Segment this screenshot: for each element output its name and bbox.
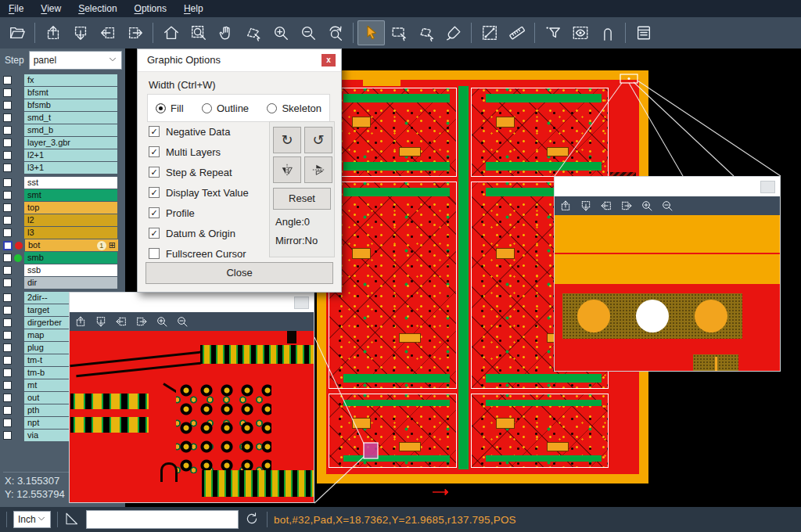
bend-trace-button[interactable] [594,20,621,45]
layer-name[interactable]: smd_t [24,112,117,124]
measure-line-button[interactable] [476,20,503,45]
checkbox-display-text-value[interactable]: ✓Display Text Value [149,182,249,203]
layer-name[interactable]: ssb [24,264,117,276]
pan-up-button[interactable] [74,315,87,328]
layer-name[interactable]: smt [24,189,117,201]
open-folder-button[interactable] [3,20,31,45]
menu-selection[interactable]: Selection [70,0,125,17]
layer-name[interactable]: layer_3.gbr [24,137,117,149]
layer-checkbox[interactable] [3,406,12,415]
layer-checkbox[interactable] [3,368,12,377]
zoom-out-button[interactable] [294,20,321,45]
zoom-in-button[interactable] [641,200,653,212]
zoom-out-button[interactable] [661,200,673,212]
checkbox-fullscreen-cursor[interactable]: Fullscreen Cursor [149,243,249,264]
menu-file[interactable]: File [0,0,32,17]
layer-name[interactable]: smb [24,252,117,264]
layer-checkbox[interactable] [3,343,12,352]
unit-select[interactable]: Inch [13,511,51,528]
layer-checkbox[interactable] [3,191,12,200]
layer-checkbox[interactable] [3,306,12,315]
layer-name[interactable]: l2 [24,214,117,226]
step-select[interactable]: panel [29,51,122,70]
home-button[interactable] [157,20,185,45]
rect-select-button[interactable] [385,20,412,45]
layer-checkbox[interactable] [3,356,12,365]
zoom-window-right[interactable] [554,176,781,372]
window-button[interactable] [760,181,775,193]
layer-checkbox[interactable] [3,164,12,172]
sync-icon[interactable] [245,512,260,527]
filter-button[interactable] [539,20,566,45]
layer-checkbox[interactable] [3,203,12,212]
layer-checkbox[interactable] [3,101,12,110]
layer-checkbox[interactable] [3,419,12,427]
layer-checkbox[interactable] [3,138,12,147]
view-region-button[interactable] [566,20,594,45]
layer-checkbox[interactable] [3,216,12,225]
layer-name[interactable]: top [24,202,117,214]
layer-name[interactable]: l3 [24,227,117,239]
close-icon[interactable]: x [321,54,336,66]
layer-name[interactable]: bot1⊞ [25,239,118,251]
checkbox-datum-origin[interactable]: ✓Datum & Origin [149,223,249,243]
window-button[interactable] [294,297,309,309]
brush-clean-button[interactable] [440,20,467,45]
pan-left-button[interactable] [115,315,128,328]
zoom-area-button[interactable] [185,20,212,45]
radio-skeleton[interactable]: Skeleton [267,102,321,114]
zoom-window-viewport[interactable] [70,331,314,502]
layer-name[interactable]: l2+1 [24,149,117,161]
radio-outline[interactable]: Outline [202,102,249,114]
layer-checkbox[interactable] [3,266,12,275]
layer-checkbox[interactable] [3,178,12,187]
rotate-cw-button[interactable]: ↻ [273,127,301,153]
checkbox-profile[interactable]: ✓Profile [149,203,249,223]
layer-checkbox[interactable] [3,228,12,237]
pan-left-button[interactable] [600,200,612,212]
pan-down-button[interactable] [580,200,592,212]
mirror-vertical-button[interactable] [304,156,332,183]
layer-checkbox[interactable] [3,431,12,440]
pan-right-button[interactable] [121,20,149,45]
layer-checkbox[interactable] [3,279,12,287]
layer-checkbox[interactable] [3,241,13,250]
layer-checkbox[interactable] [3,76,12,84]
layer-name[interactable]: smd_b [24,124,117,136]
checkbox-negative-data[interactable]: ✓Negative Data [149,121,249,142]
checkbox-multi-layers[interactable]: ✓Multi Layers [149,142,249,162]
zoom-in-button[interactable] [267,20,294,45]
menu-view[interactable]: View [32,0,70,17]
command-input[interactable] [86,510,239,529]
layer-name[interactable]: l3+1 [24,162,117,174]
zoom-window-titlebar[interactable] [70,293,314,312]
zoom-in-button[interactable] [156,315,168,328]
layer-checkbox[interactable] [3,113,12,122]
layer-checkbox[interactable] [3,293,12,302]
checkbox-step-repeat[interactable]: ✓Step & Repeat [149,162,249,182]
mirror-horizontal-button[interactable] [273,156,301,183]
menu-help[interactable]: Help [175,0,212,17]
dialog-titlebar[interactable]: Graphic Options x [138,49,341,72]
pan-left-button[interactable] [94,20,121,45]
pan-down-button[interactable] [66,20,94,45]
layer-checkbox[interactable] [3,126,12,135]
layer-checkbox[interactable] [3,394,12,402]
pan-down-button[interactable] [95,315,107,328]
zoom-window-left[interactable] [69,292,314,503]
layer-checkbox[interactable] [3,381,12,390]
close-button[interactable]: Close [145,262,333,284]
pan-hand-button[interactable] [212,20,239,45]
layer-checkbox[interactable] [3,88,12,97]
polygon-select-button[interactable] [412,20,440,45]
layer-checkbox[interactable] [3,151,12,160]
pan-up-button[interactable] [39,20,66,45]
zoom-window-titlebar[interactable] [555,177,780,196]
zoom-out-button[interactable] [176,315,189,328]
ruler-button[interactable] [503,20,530,45]
zoom-object-button[interactable] [239,20,267,45]
report-button[interactable] [630,20,657,45]
layer-name[interactable]: bfsmb [24,99,117,111]
reset-button[interactable]: Reset [273,188,331,210]
select-cursor-button[interactable] [357,20,385,45]
